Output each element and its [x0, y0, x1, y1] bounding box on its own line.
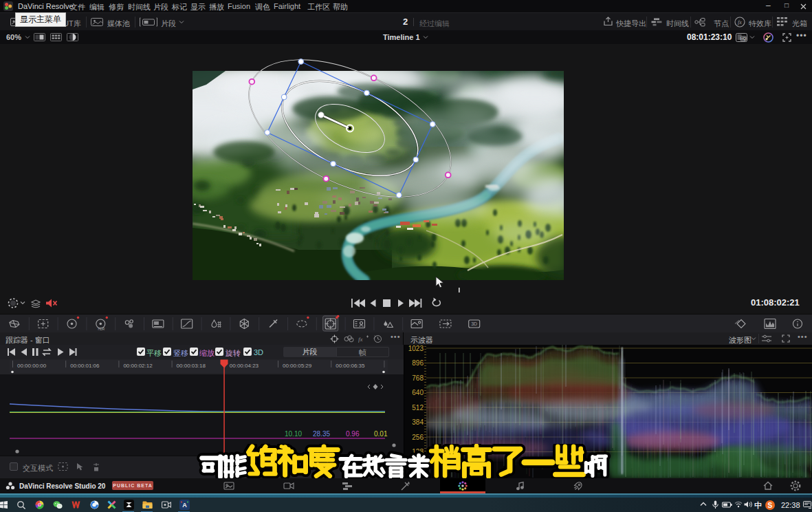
svg-text:28.35: 28.35 — [313, 430, 330, 438]
svg-text:3D: 3D — [471, 321, 477, 326]
svg-text:640: 640 — [412, 389, 424, 396]
svg-text:00:00:04:23: 00:00:04:23 — [230, 363, 259, 369]
svg-text:1023: 1023 — [408, 345, 424, 352]
svg-text:00:00:02:12: 00:00:02:12 — [123, 363, 153, 369]
svg-text:512: 512 — [412, 404, 424, 412]
svg-text:HDR: HDR — [98, 328, 105, 331]
svg-text:0.96: 0.96 — [346, 430, 360, 438]
svg-text:00:00:06:35: 00:00:06:35 — [336, 363, 365, 369]
svg-text:768: 768 — [412, 374, 424, 382]
svg-text:fx: fx — [738, 19, 742, 25]
svg-text:896: 896 — [412, 359, 424, 367]
svg-text:00:00:03:18: 00:00:03:18 — [177, 363, 206, 369]
svg-text:256: 256 — [412, 434, 424, 441]
svg-text:10.10: 10.10 — [285, 430, 302, 438]
svg-text:384: 384 — [412, 418, 424, 426]
svg-text:A: A — [182, 502, 187, 509]
svg-text:0.01: 0.01 — [374, 430, 388, 438]
svg-text:00:00:00:00: 00:00:00:00 — [17, 363, 47, 369]
svg-text:fx: fx — [358, 336, 363, 343]
svg-text:00:00:05:29: 00:00:05:29 — [283, 363, 312, 369]
svg-text:00:00:01:06: 00:00:01:06 — [70, 363, 100, 369]
svg-text:HQ: HQ — [740, 36, 746, 41]
